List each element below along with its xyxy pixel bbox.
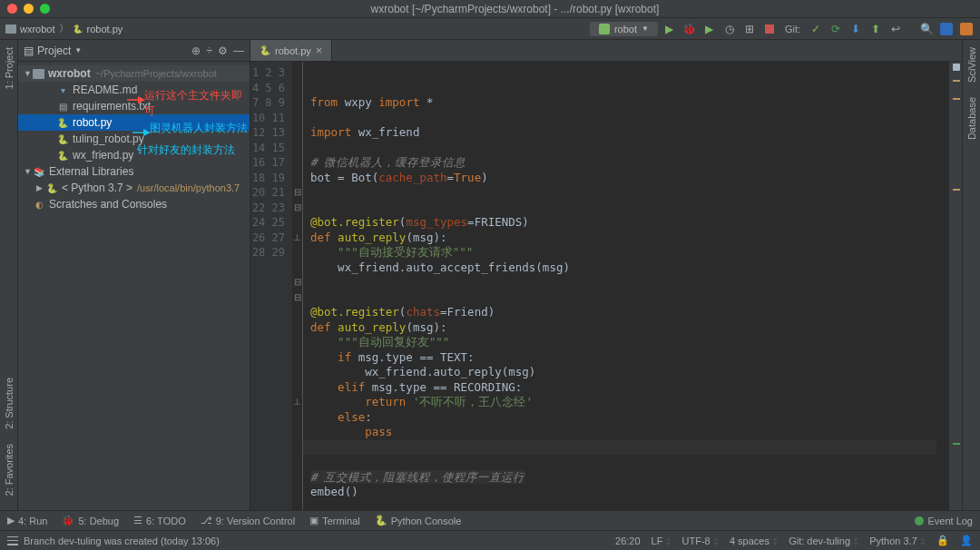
code-editor[interactable]: from wxpy import * import wx_friend # 微信… — [303, 62, 949, 510]
warning-marker[interactable] — [953, 189, 960, 191]
run-button[interactable]: ▶ — [662, 21, 678, 37]
project-view-icon: ▤ — [24, 44, 34, 57]
status-caret-pos[interactable]: 26:20 — [615, 535, 641, 546]
current-line-highlight — [303, 440, 936, 456]
project-panel-title[interactable]: Project — [37, 44, 71, 57]
concurrent-button[interactable]: ⊞ — [741, 21, 758, 37]
text-file-icon: ▤ — [56, 100, 69, 113]
fold-end-icon[interactable]: ⊥ — [292, 231, 302, 246]
editor-body[interactable]: 1 2 3 4 5 6 7 8 9 10 11 12 13 14 15 16 1… — [250, 62, 962, 510]
inspection-status-icon[interactable] — [953, 64, 960, 71]
project-panel: ▤ Project ▼ ⊕ ÷ ⚙ — ▼ wxrobot ~/PycharmP… — [18, 40, 250, 510]
folder-icon — [33, 69, 44, 79]
annotation-arrow — [132, 127, 151, 138]
collapse-all-icon[interactable]: ⊕ — [191, 44, 201, 57]
bottom-tool-bar: ▶4: Run 🐞5: Debug ☰6: TODO ⎇9: Version C… — [0, 510, 980, 530]
status-encoding[interactable]: UTF-8 ‡ — [682, 535, 719, 546]
settings-icon[interactable]: ⚙ — [218, 44, 228, 57]
coverage-button[interactable]: ▶ — [701, 21, 718, 37]
chevron-down-icon[interactable]: ▼ — [24, 69, 33, 78]
chevron-right-icon: 〉 — [59, 22, 69, 35]
marker[interactable] — [953, 443, 960, 445]
breadcrumb[interactable]: wxrobot 〉 🐍 robot.py — [5, 22, 122, 35]
tool-debug[interactable]: 🐞5: Debug — [62, 515, 119, 526]
git-history-icon[interactable]: ↩ — [887, 21, 904, 37]
stripe-structure[interactable]: 2: Structure — [4, 378, 15, 429]
tree-python-interpreter[interactable]: ▶ 🐍 < Python 3.7 > /usr/local/bin/python… — [18, 180, 250, 196]
line-gutter[interactable]: 1 2 3 4 5 6 7 8 9 10 11 12 13 14 15 16 1… — [250, 62, 292, 510]
stripe-project[interactable]: 1: Project — [4, 47, 15, 89]
fold-icon[interactable]: ⊟ — [292, 201, 302, 216]
git-commit-icon[interactable]: ⟳ — [828, 21, 844, 37]
tree-external-libraries[interactable]: ▼ 📚 External Libraries — [18, 163, 250, 180]
status-message[interactable]: Branch dev-tuling was created (today 13:… — [24, 535, 220, 546]
stripe-favorites[interactable]: 2: Favorites — [4, 444, 15, 496]
breadcrumb-project[interactable]: wxrobot — [20, 24, 55, 34]
search-icon[interactable]: 🔍 — [918, 21, 935, 37]
status-git-branch[interactable]: Git: dev-tuling ‡ — [789, 535, 858, 546]
tree-scratches[interactable]: ◐ Scratches and Consoles — [18, 196, 250, 212]
git-update-icon[interactable]: ✓ — [808, 21, 824, 37]
python-file-icon: 🐍 — [73, 24, 83, 34]
profile-button[interactable]: ◷ — [721, 21, 738, 37]
stripe-sciview[interactable]: SciView — [966, 47, 977, 83]
debug-icon: 🐞 — [62, 515, 74, 526]
editor-tabs: 🐍 robot.py × — [250, 40, 962, 62]
window-maximize[interactable] — [40, 4, 50, 14]
debug-button[interactable]: 🐞 — [681, 21, 698, 37]
fold-gutter[interactable]: ⊟ ⊟ ⊥ ⊟ ⊟ ⊥ — [292, 62, 303, 510]
chevron-down-icon[interactable]: ▼ — [24, 167, 33, 176]
status-line-ending[interactable]: LF ‡ — [652, 535, 671, 546]
git-push-icon[interactable]: ⬆ — [867, 21, 884, 37]
run-configuration-selector[interactable]: robot ▼ — [590, 22, 658, 36]
window-close[interactable] — [7, 4, 17, 14]
menu-icon[interactable] — [7, 536, 18, 545]
tool-vcs[interactable]: ⎇9: Version Control — [201, 515, 295, 526]
lock-icon[interactable]: 🔒 — [936, 535, 949, 546]
close-icon[interactable]: × — [316, 44, 323, 57]
status-python[interactable]: Python 3.7 ‡ — [869, 535, 926, 546]
tree-item-label: robot.py — [73, 116, 112, 129]
chevron-right-icon[interactable]: ▶ — [36, 183, 45, 192]
project-panel-header: ▤ Project ▼ ⊕ ÷ ⚙ — — [18, 40, 250, 62]
stop-button[interactable] — [761, 21, 778, 37]
fold-end-icon[interactable]: ⊥ — [292, 395, 302, 410]
tool-terminal[interactable]: ▣Terminal — [309, 515, 360, 526]
status-indent[interactable]: 4 spaces ‡ — [730, 535, 778, 546]
editor-tab-robot[interactable]: 🐍 robot.py × — [250, 39, 332, 61]
markdown-file-icon: ▾ — [56, 83, 69, 96]
tool-run[interactable]: ▶4: Run — [7, 515, 47, 526]
scratches-icon: ◐ — [33, 198, 45, 211]
git-pull-icon[interactable]: ⬇ — [848, 21, 864, 37]
error-stripe-scrollbar[interactable] — [949, 62, 962, 510]
fold-icon[interactable]: ⊟ — [292, 185, 302, 201]
warning-marker[interactable] — [953, 80, 960, 82]
folder-icon — [5, 25, 16, 34]
window-minimize[interactable] — [24, 4, 34, 14]
chevron-down-icon[interactable]: ▼ — [74, 46, 82, 54]
fold-icon[interactable]: ⊟ — [292, 275, 302, 290]
project-tree[interactable]: ▼ wxrobot ~/PycharmProjects/wxrobot ▾ RE… — [18, 62, 250, 510]
tree-root-label: wxrobot — [48, 67, 91, 80]
window-title: wxrobot [~/PycharmProjects/wxrobot] - ..… — [57, 3, 973, 15]
toolbox-orange-icon[interactable] — [958, 21, 975, 37]
breadcrumb-file[interactable]: robot.py — [87, 24, 123, 34]
stripe-database[interactable]: Database — [966, 97, 977, 140]
hector-icon[interactable]: 👤 — [960, 535, 973, 546]
tool-event-log[interactable]: Event Log — [915, 516, 973, 526]
editor-area: 🐍 robot.py × 1 2 3 4 5 6 7 8 9 10 11 12 … — [250, 40, 962, 510]
python-file-icon: 🐍 — [56, 149, 69, 162]
editor-tab-label: robot.py — [275, 45, 311, 56]
expand-all-icon[interactable]: ÷ — [206, 44, 212, 57]
tree-python-path: /usr/local/bin/python3.7 — [137, 182, 240, 193]
tool-pyconsole[interactable]: 🐍Python Console — [375, 515, 462, 526]
terminal-icon: ▣ — [309, 515, 318, 526]
tree-root[interactable]: ▼ wxrobot ~/PycharmProjects/wxrobot — [18, 65, 250, 82]
warning-marker[interactable] — [953, 98, 960, 100]
tool-todo[interactable]: ☰6: TODO — [133, 515, 186, 526]
toolbox-blue-icon[interactable] — [938, 21, 955, 37]
run-icon: ▶ — [7, 515, 15, 526]
git-label: Git: — [785, 24, 800, 34]
fold-icon[interactable]: ⊟ — [292, 290, 302, 306]
hide-panel-icon[interactable]: — — [233, 44, 244, 57]
